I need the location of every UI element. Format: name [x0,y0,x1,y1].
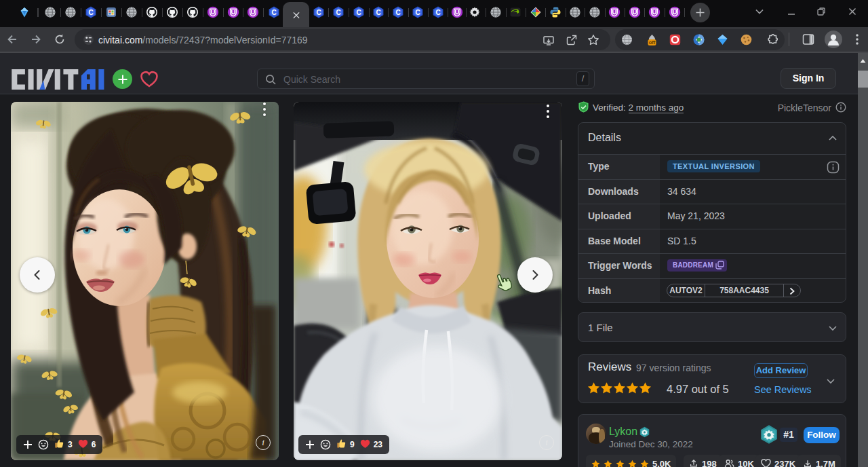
svg-text:C: C [435,9,440,16]
svg-text:C: C [316,9,321,16]
svg-text:C: C [376,9,380,16]
svg-text:C: C [88,9,93,16]
svg-text:C: C [395,9,400,16]
svg-text:C: C [336,9,340,16]
svg-text:C: C [356,9,361,16]
svg-text:C: C [271,9,276,16]
svg-text:off: off [649,39,656,45]
svg-text:C: C [415,9,420,16]
